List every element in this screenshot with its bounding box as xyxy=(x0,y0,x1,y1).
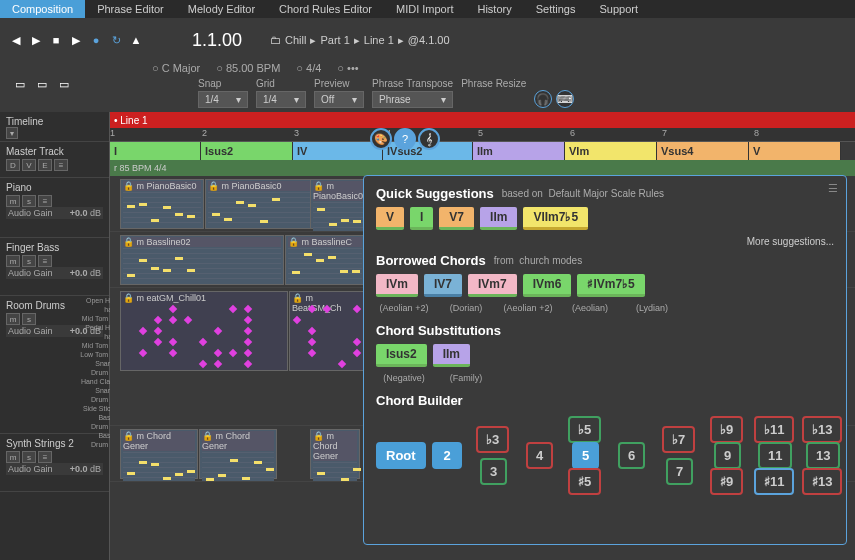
tuning-icon[interactable]: 𝄞 xyxy=(418,128,440,150)
tab-settings[interactable]: Settings xyxy=(524,0,588,18)
master-d-button[interactable]: D xyxy=(6,159,20,171)
tab-support[interactable]: Support xyxy=(587,0,650,18)
clip[interactable]: 🔒 m PianoBasic0 xyxy=(310,179,368,229)
key-display[interactable]: C Major xyxy=(152,62,200,74)
builder-6[interactable]: 6 xyxy=(618,442,645,469)
chord-block[interactable]: Vsus4 xyxy=(657,142,749,160)
solo-button[interactable]: s xyxy=(22,195,36,207)
builder-4[interactable]: 4 xyxy=(526,442,553,469)
builder-9[interactable]: 9 xyxy=(714,442,741,469)
chord-chip[interactable]: IVm xyxy=(376,274,418,297)
preview-dropdown[interactable]: Off▾ xyxy=(314,91,364,108)
stop-button[interactable]: ■ xyxy=(48,32,64,48)
builder-b7[interactable]: ♭7 xyxy=(662,426,695,453)
chord-chip[interactable]: Isus2 xyxy=(376,344,427,367)
builder-3[interactable]: 3 xyxy=(480,458,507,485)
prev-button[interactable]: ◀ xyxy=(8,32,24,48)
chord-chip[interactable]: VIIm7♭5 xyxy=(523,207,588,230)
chord-chip[interactable]: IVm7 xyxy=(468,274,517,297)
builder-s5[interactable]: ♯5 xyxy=(568,468,601,495)
chord-chip[interactable]: ♯IVm7♭5 xyxy=(577,274,644,297)
tab-phrase-editor[interactable]: Phrase Editor xyxy=(85,0,176,18)
drum-clip[interactable]: 🔒 m BeatGM_Ch xyxy=(289,291,367,371)
view-icon-2[interactable]: ▭ xyxy=(34,76,50,92)
builder-root[interactable]: Root xyxy=(376,442,426,469)
solo-button[interactable]: s xyxy=(22,451,36,463)
builder-2[interactable]: 2 xyxy=(432,442,462,469)
builder-5[interactable]: 5 xyxy=(572,442,599,469)
chord-chip[interactable]: IVm6 xyxy=(523,274,572,297)
master-v-button[interactable]: V xyxy=(22,159,36,171)
clip[interactable]: 🔒 m Chord Gener xyxy=(199,429,277,479)
more-icon[interactable]: ••• xyxy=(337,62,358,74)
clip[interactable]: 🔒 m Chord Gener xyxy=(120,429,198,479)
builder-b9[interactable]: ♭9 xyxy=(710,416,743,443)
tab-composition[interactable]: Composition xyxy=(0,0,85,18)
play-button[interactable]: ▶ xyxy=(68,32,84,48)
transpose-dropdown[interactable]: Phrase▾ xyxy=(372,91,453,108)
chord-chip[interactable]: IIm xyxy=(480,207,517,230)
line-bar[interactable]: • Line 1 xyxy=(110,112,855,128)
loop-button[interactable]: ↻ xyxy=(108,32,124,48)
builder-s11[interactable]: ♯11 xyxy=(754,468,794,495)
builder-s13[interactable]: ♯13 xyxy=(802,468,842,495)
solo-button[interactable]: s xyxy=(22,255,36,267)
chord-block[interactable]: VIm xyxy=(565,142,657,160)
solo-button[interactable]: s xyxy=(22,313,36,325)
builder-b5[interactable]: ♭5 xyxy=(568,416,601,443)
mute-button[interactable]: m xyxy=(6,313,20,325)
crumb-part[interactable]: Part 1 xyxy=(320,34,349,46)
view-icon-1[interactable]: ▭ xyxy=(12,76,28,92)
mute-button[interactable]: m xyxy=(6,451,20,463)
drum-clip[interactable]: 🔒 m eatGM_Chill01 xyxy=(120,291,288,371)
chord-chip[interactable]: I xyxy=(410,207,433,230)
builder-b11[interactable]: ♭11 xyxy=(754,416,794,443)
builder-11[interactable]: 11 xyxy=(758,442,792,469)
tab-melody-editor[interactable]: Melody Editor xyxy=(176,0,267,18)
builder-13[interactable]: 13 xyxy=(806,442,840,469)
help-icon[interactable]: ? xyxy=(394,128,416,150)
mute-button[interactable]: m xyxy=(6,195,20,207)
chord-chip[interactable]: IIm xyxy=(433,344,470,367)
builder-s9[interactable]: ♯9 xyxy=(710,468,743,495)
clip[interactable]: 🔒 m BasslineC xyxy=(285,235,365,285)
builder-b13[interactable]: ♭13 xyxy=(802,416,842,443)
chord-chip[interactable]: V7 xyxy=(439,207,474,230)
tab-midi-import[interactable]: MIDI Import xyxy=(384,0,465,18)
timeline-ruler[interactable]: 12345678 xyxy=(110,128,855,142)
crumb-folder[interactable]: Chill xyxy=(285,34,306,46)
builder-b3[interactable]: ♭3 xyxy=(476,426,509,453)
clip[interactable]: 🔒 m PianoBasic0 xyxy=(120,179,204,229)
tab-history[interactable]: History xyxy=(465,0,523,18)
palette-icon[interactable]: 🎨 xyxy=(370,128,392,150)
crumb-line[interactable]: Line 1 xyxy=(364,34,394,46)
snap-dropdown[interactable]: 1/4▾ xyxy=(198,91,248,108)
metronome-icon[interactable]: ▲ xyxy=(128,32,144,48)
grid-dropdown[interactable]: 1/4▾ xyxy=(256,91,306,108)
view-icon-3[interactable]: ▭ xyxy=(56,76,72,92)
chord-block[interactable]: Isus2 xyxy=(201,142,293,160)
panel-menu-icon[interactable]: ☰ xyxy=(828,182,838,195)
clip[interactable]: 🔒 m Chord Gener xyxy=(310,429,360,479)
track-menu-icon[interactable]: ≡ xyxy=(38,195,52,207)
gain-display[interactable]: Audio Gain+0.0 dB xyxy=(6,207,103,219)
timeline-expand-icon[interactable]: ▾ xyxy=(6,127,18,139)
clip[interactable]: 🔒 m Bassline02 xyxy=(120,235,284,285)
keyboard-icon[interactable]: ⌨ xyxy=(556,90,574,108)
chord-chip[interactable]: V xyxy=(376,207,404,230)
master-menu-icon[interactable]: ≡ xyxy=(54,159,68,171)
mute-button[interactable]: m xyxy=(6,255,20,267)
gain-display[interactable]: Audio Gain+0.0 dB xyxy=(6,463,103,475)
tempo-display[interactable]: 85.00 BPM xyxy=(216,62,280,74)
master-e-button[interactable]: E xyxy=(38,159,52,171)
gain-display[interactable]: Audio Gain+0.0 dB xyxy=(6,267,103,279)
chord-block[interactable]: V xyxy=(749,142,841,160)
chord-block[interactable]: IIm xyxy=(473,142,565,160)
chord-chip[interactable]: IV7 xyxy=(424,274,462,297)
timesig-display[interactable]: 4/4 xyxy=(296,62,321,74)
builder-7[interactable]: 7 xyxy=(666,458,693,485)
more-suggestions-link[interactable]: More suggestions... xyxy=(376,236,834,247)
next-button[interactable]: ▶ xyxy=(28,32,44,48)
track-menu-icon[interactable]: ≡ xyxy=(38,451,52,463)
record-button[interactable]: ● xyxy=(88,32,104,48)
